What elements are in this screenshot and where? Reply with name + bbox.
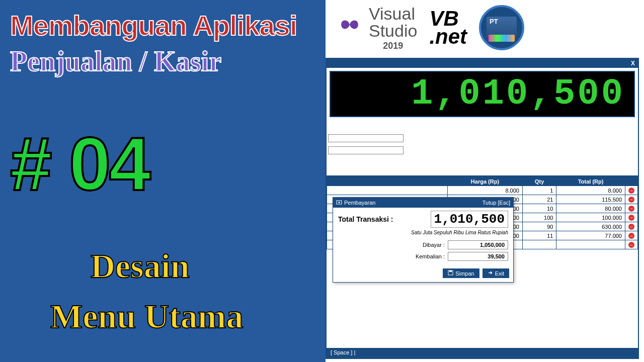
overlay-subtitle-2: Menu Utama <box>50 297 243 336</box>
cell-qty <box>522 240 556 249</box>
exit-button[interactable]: Exit <box>482 268 509 278</box>
delete-row-icon[interactable]: – <box>628 215 634 221</box>
vs-text-2: Studio <box>369 22 417 39</box>
payment-icon <box>336 199 342 206</box>
table-header-spacer <box>327 177 448 186</box>
total-transaksi-value: 1,010,500 <box>431 211 508 228</box>
delete-row-icon[interactable]: – <box>628 197 634 203</box>
cell-qty: 10 <box>522 204 556 213</box>
cell-qty: 90 <box>522 222 556 231</box>
cell-total: 80.000 <box>556 204 625 213</box>
payment-dialog: Pembayaran Tutup [Esc] Total Transaksi :… <box>333 197 514 283</box>
overlay-episode-number: # 04 <box>10 121 149 208</box>
overlay-title-line1: Membanguan Aplikasi <box>10 9 297 42</box>
cell-harga: 8.000 <box>448 186 523 195</box>
text-input-1[interactable] <box>328 134 404 142</box>
svg-rect-3 <box>449 270 452 272</box>
vs-year: 2019 <box>369 41 417 50</box>
delete-row-icon[interactable]: – <box>628 206 634 212</box>
cell-qty: 1 <box>522 186 556 195</box>
payment-dialog-title: Pembayaran <box>344 200 375 206</box>
status-bar: [ Space ] | <box>327 348 638 358</box>
cell-qty: 21 <box>522 195 556 204</box>
terbilang-text: Satu Juta Sepuluh Ribu Lima Ratus Rupiah <box>338 230 508 235</box>
col-qty: Qty <box>522 177 556 186</box>
payment-dialog-titlebar: Pembayaran Tutup [Esc] <box>333 198 513 208</box>
table-row: 8.00018.000– <box>327 186 638 195</box>
kembalian-label: Kembalian : <box>416 253 445 259</box>
visual-studio-logo: Visual Studio 2019 <box>336 5 417 50</box>
cell-total: 8.000 <box>556 186 625 195</box>
col-delete <box>625 177 638 186</box>
window-titlebar: X <box>327 59 638 68</box>
pos-app-window: X 1,010,500 Harga (Rp) Qty Total (Rp) <box>326 58 639 359</box>
logo-bar: Visual Studio 2019 VB .net <box>326 0 644 55</box>
overlay-title-line2: Penjualan / Kasir <box>10 45 221 77</box>
grand-total-display: 1,010,500 <box>330 71 635 117</box>
dibayar-label: Dibayar : <box>423 242 445 248</box>
col-harga: Harga (Rp) <box>448 177 523 186</box>
vbnet-logo: VB .net <box>429 10 467 45</box>
cell-total: 100.000 <box>556 213 625 222</box>
book-icon <box>489 35 515 42</box>
delete-row-icon[interactable]: – <box>628 242 634 248</box>
exit-icon <box>488 270 493 277</box>
channel-logo <box>479 5 524 50</box>
text-input-2[interactable] <box>328 146 404 154</box>
row-leading-cell <box>327 186 448 195</box>
dibayar-input[interactable]: 1,050,000 <box>448 240 508 249</box>
payment-dialog-close-hint[interactable]: Tutup [Esc] <box>482 200 510 206</box>
vs-infinity-icon <box>336 11 364 45</box>
window-close-button[interactable]: X <box>628 60 638 67</box>
vbnet-bottom: .net <box>429 28 467 46</box>
input-group <box>328 134 404 158</box>
cell-qty: 100 <box>522 213 556 222</box>
cell-total: 115.500 <box>556 195 625 204</box>
cell-total <box>556 240 625 249</box>
app-screenshot-pane: Visual Studio 2019 VB .net X 1,010,500 <box>326 0 644 362</box>
simpan-label: Simpan <box>455 270 474 277</box>
simpan-button[interactable]: Simpan <box>443 268 479 278</box>
save-icon <box>448 270 453 277</box>
col-total: Total (Rp) <box>556 177 625 186</box>
exit-label: Exit <box>495 270 504 277</box>
overlay-subtitle-1: Desain <box>91 246 189 286</box>
kembalian-value: 39,500 <box>448 252 508 261</box>
cell-total: 630.000 <box>556 222 625 231</box>
video-title-overlay: Membanguan Aplikasi Penjualan / Kasir # … <box>0 0 326 362</box>
delete-row-icon[interactable]: – <box>628 188 634 194</box>
cell-qty: 11 <box>522 231 556 240</box>
vs-text-1: Visual <box>369 5 417 22</box>
svg-point-1 <box>339 202 340 203</box>
laptop-icon <box>487 17 517 39</box>
delete-row-icon[interactable]: – <box>628 224 634 230</box>
cell-total: 77.000 <box>556 231 625 240</box>
delete-row-icon[interactable]: – <box>628 233 634 239</box>
total-transaksi-label: Total Transaksi : <box>338 215 393 223</box>
